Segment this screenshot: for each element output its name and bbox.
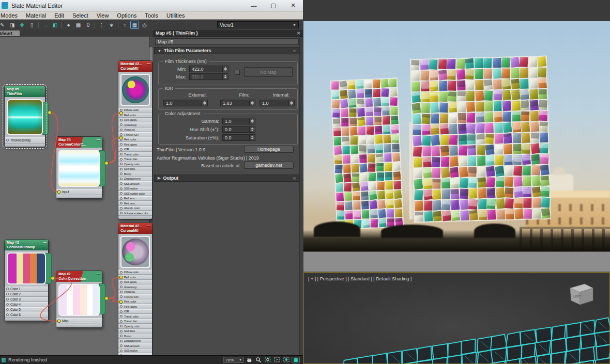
slot-diffuse-color[interactable]: Diffuse color (118, 270, 152, 275)
homepage-button[interactable]: Homepage (244, 146, 294, 153)
slot-absorb-color[interactable]: Absorb. color (118, 206, 152, 211)
spinner-arrows-icon[interactable] (222, 74, 228, 80)
slot-thicknessmap[interactable]: ThicknessMap (5, 137, 45, 144)
no-map-button[interactable]: No Map (244, 67, 293, 77)
layout-grid-icon[interactable]: ▦ (130, 21, 139, 29)
spinner-arrows-icon[interactable] (249, 126, 255, 132)
menu-options[interactable]: Options (113, 12, 141, 19)
slot-refl-gloss-[interactable]: Refl. gloss. (118, 280, 152, 285)
slot-refl-color[interactable]: Refl. color (118, 275, 152, 280)
slot-dot[interactable] (120, 172, 123, 175)
menu-tools[interactable]: Tools (141, 12, 162, 19)
slot-dot[interactable] (120, 119, 123, 121)
slot-displacement[interactable]: Displacement (118, 177, 152, 182)
slot-dot[interactable] (120, 330, 123, 333)
slot-color-2[interactable]: Color 2 (5, 292, 48, 297)
slot-dot[interactable] (120, 182, 123, 185)
slot-dot[interactable] (120, 143, 123, 146)
slot-anisotropy[interactable]: Anisotropy (118, 284, 152, 290)
slot-dot[interactable] (120, 295, 123, 298)
slot-transl-color[interactable]: Transl. color (118, 152, 152, 157)
slot-dot[interactable] (120, 335, 123, 337)
eyedropper-icon[interactable]: ✎ (0, 21, 7, 29)
slot-transl-color[interactable]: Transl. color (118, 314, 152, 319)
gamma-spinner[interactable]: 1.0 (222, 118, 255, 124)
slot-ior[interactable]: IOR (118, 147, 152, 152)
slot-refr-color[interactable]: Refr. color (118, 137, 152, 143)
maximize-button[interactable]: ▢ (264, 0, 283, 11)
title-bar[interactable]: Slate Material Editor — ▢ ✕ (0, 0, 303, 11)
slot-dot[interactable] (120, 344, 123, 347)
spinner-arrows-icon[interactable] (222, 66, 228, 72)
assign-material-icon[interactable]: ◧ (51, 21, 59, 29)
show-map-icon[interactable]: ▩ (74, 21, 83, 29)
slot-dot[interactable] (120, 276, 123, 278)
pan-mode-icon[interactable] (292, 357, 300, 363)
zero-icon[interactable]: 0 (84, 21, 93, 29)
node-map2[interactable]: Map #2 ColorCorrection —Map (56, 271, 102, 328)
spinner-arrows-icon[interactable] (288, 100, 294, 106)
saturation-spinner[interactable]: 0.0 (222, 134, 255, 141)
node-minimize-icon[interactable]: — (97, 137, 100, 142)
slot-dot[interactable] (120, 212, 123, 214)
slot-color-4[interactable]: Color 4 (5, 302, 48, 307)
slot-dot[interactable] (6, 313, 9, 316)
slot-dot[interactable] (120, 178, 123, 180)
slot-dot[interactable] (120, 271, 123, 274)
slot-dot[interactable] (120, 202, 123, 204)
material-name-field[interactable]: Map #5 (155, 38, 299, 45)
minimize-button[interactable]: — (244, 0, 264, 11)
slot-aniso-rot-[interactable]: Aniso rot. (118, 290, 152, 295)
slot-dot[interactable] (120, 325, 123, 327)
slot-dot[interactable] (120, 291, 123, 293)
move-children-icon[interactable]: → (41, 21, 50, 29)
slot-refr-color[interactable]: Refr. color (118, 299, 152, 305)
slot-map[interactable]: Map (56, 318, 102, 324)
slot-dot[interactable] (120, 109, 123, 112)
node-map5[interactable]: Map #5 ThinFilm —ThicknessMap (4, 86, 45, 147)
new-material-icon[interactable]: ✚ (18, 21, 26, 29)
slot-dot[interactable] (120, 315, 123, 318)
slot-dot[interactable] (6, 308, 9, 311)
slot-dot[interactable] (120, 133, 123, 136)
slot-dot[interactable] (120, 286, 123, 288)
spinner-arrows-icon[interactable] (249, 135, 255, 140)
delete-icon[interactable]: ▯ (27, 21, 36, 29)
slot-dot[interactable] (120, 300, 123, 303)
film-spinner[interactable]: 1.83 (220, 100, 255, 106)
zoom-tool-icon[interactable] (254, 357, 263, 363)
slot-dot[interactable] (120, 281, 123, 283)
zoom-extents-icon[interactable] (273, 357, 281, 363)
menu-edit[interactable]: Edit (50, 12, 68, 19)
node-header[interactable]: Material #2... CoronaMtl — (118, 223, 152, 234)
perspective-viewport[interactable]: [ + ] [ Perspective ] [ Standard ] [ Def… (303, 272, 610, 364)
slot-sss-scatter-color[interactable]: SSS scatter color (118, 191, 152, 196)
layout-list-icon[interactable]: ≡ (120, 21, 129, 29)
node-minimize-icon[interactable]: — (97, 272, 100, 276)
slot-fresnel-ior[interactable]: Fresnel IOR (118, 132, 152, 137)
slot-dot[interactable] (58, 320, 60, 322)
node-mtl1[interactable]: Material #2... CoronaMtl —Diffuse colorR… (118, 60, 152, 219)
max-spinner[interactable]: 350.0 (189, 73, 228, 80)
panel-close-icon[interactable]: ✕ (297, 31, 300, 36)
slot-sss-radius[interactable]: SSS radius (118, 349, 152, 354)
slot-input[interactable]: Input (56, 189, 102, 195)
spinner-arrows-icon[interactable] (202, 100, 207, 106)
gamedev-link-button[interactable]: gamedev.net (244, 162, 294, 169)
slot-dot[interactable] (120, 192, 123, 195)
slot-dot[interactable] (120, 129, 123, 131)
slot-self-illum-[interactable]: Self-illum. (118, 167, 152, 172)
menu-select[interactable]: Select (68, 12, 93, 19)
slot-dot[interactable] (120, 148, 123, 151)
slot-refr-env-[interactable]: Refr. env. (118, 201, 152, 206)
slot-anisotropy[interactable]: Anisotropy (118, 122, 152, 128)
slot-dot[interactable] (6, 293, 9, 295)
dots-icon[interactable]: ⋮ (97, 21, 106, 29)
slot-transl-frac-[interactable]: Transl. frac. (118, 319, 152, 324)
sphere-preview-icon[interactable]: ● (64, 21, 73, 29)
slot-bump[interactable]: Bump (118, 334, 152, 339)
slot-dot[interactable] (120, 153, 123, 155)
node-header[interactable]: Map #4 CoronaColorC... — (56, 137, 102, 148)
tab-view1[interactable]: View1 (0, 30, 20, 37)
slot-refl-env-[interactable]: Refl. env. (118, 196, 152, 201)
